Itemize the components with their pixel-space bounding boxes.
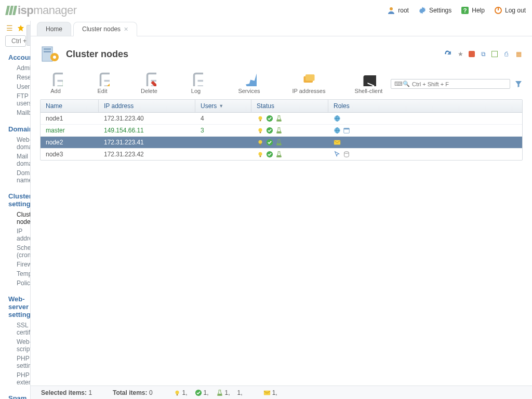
nav-item-php-extensions[interactable]: PHP extensions [17, 370, 26, 387]
cursor-icon [334, 151, 341, 158]
table-row[interactable]: node1172.31.223.404 [41, 113, 522, 125]
flask-icon [216, 389, 223, 396]
refresh-icon[interactable] [444, 50, 452, 58]
export-icon[interactable] [491, 51, 498, 57]
nav-group-cluster settings[interactable]: Cluster settings [5, 192, 26, 208]
cell-name: node1 [41, 113, 99, 124]
nav-item-php-settings[interactable]: PHP settings [17, 354, 26, 370]
sidebar-search[interactable] [5, 35, 26, 47]
nav-item-resellers[interactable]: Resellers [17, 73, 26, 82]
square-red-icon[interactable] [469, 51, 475, 57]
cell-roles [328, 137, 522, 148]
table-row[interactable]: node3172.31.223.42 [41, 149, 522, 160]
col-users[interactable]: Users▼ [195, 100, 251, 112]
user-link-label: Help [472, 7, 485, 14]
brand-logo: ispmanager [6, 4, 77, 17]
tab-cluster-nodes[interactable]: Cluster nodes✕ [73, 22, 137, 36]
sort-desc-icon: ▼ [219, 103, 223, 109]
svg-rect-35 [44, 48, 51, 50]
tab-label: Home [46, 25, 62, 33]
svg-rect-40 [305, 74, 315, 81]
col-ip[interactable]: IP address [99, 100, 195, 112]
globe-icon [334, 115, 341, 122]
nav-item-mailboxes[interactable]: Mailboxes [17, 108, 26, 117]
tab-bar: Home Cluster nodes✕ [31, 21, 532, 36]
status-bar: Selected items: 1 Total items: 0 1, 1, 1… [31, 385, 532, 399]
nav-group-spam filter[interactable]: Spam filter [5, 394, 26, 399]
check-icon [266, 115, 273, 122]
nav-item-ssl-certificates[interactable]: SSL certificates [17, 321, 26, 337]
nav-item-firewall[interactable]: Firewall [17, 260, 26, 269]
cell-roles [328, 125, 522, 136]
doc-x-icon [142, 72, 156, 86]
flask-icon [275, 151, 283, 158]
svg-rect-36 [44, 51, 51, 52]
doc-plus-icon [48, 72, 63, 86]
table-filter-input[interactable] [412, 81, 507, 87]
cell-users [195, 140, 251, 144]
nav-item-web-scripts[interactable]: Web-scripts [17, 337, 26, 354]
tab-home[interactable]: Home [37, 22, 71, 36]
funnel-icon[interactable] [514, 80, 523, 88]
flask-icon [275, 127, 283, 134]
ipaddr-button[interactable]: IP addresses [287, 72, 331, 94]
cell-name: node2 [41, 137, 99, 148]
table-row[interactable]: master149.154.66.113 [41, 125, 522, 137]
flask-icon [275, 115, 283, 122]
user-link-label: root [398, 7, 409, 14]
user-link-help[interactable]: Help [461, 6, 485, 15]
close-icon[interactable]: ✕ [124, 26, 128, 33]
shell-button[interactable]: Shell-client [347, 72, 391, 94]
nav-item-domain-names[interactable]: Domain names [17, 168, 26, 185]
nav-item-templates[interactable]: Templates [17, 269, 26, 278]
delete-button[interactable]: Delete [134, 72, 165, 94]
nav-item-ip-addresses[interactable]: IP addresses [17, 227, 26, 243]
sidebar-collapse-handle[interactable] [26, 25, 31, 46]
col-status[interactable]: Status [251, 100, 328, 112]
services-button[interactable]: Services [227, 72, 271, 94]
add-button[interactable]: Add [40, 72, 71, 94]
nav-group-accounts[interactable]: Accounts [5, 53, 26, 61]
nav-item-scheduler-cron-[interactable]: Scheduler (cron) [17, 243, 26, 260]
cell-name: node3 [41, 149, 99, 160]
nav-item-cluster-nodes[interactable]: Cluster nodes [17, 210, 26, 227]
services-icon [242, 72, 257, 86]
bulb-icon [257, 115, 264, 122]
nav-item-mail-domains[interactable]: Mail domains [17, 152, 26, 168]
cell-status [251, 125, 328, 136]
copy-icon[interactable]: ⧉ [479, 50, 487, 58]
log-icon [189, 72, 203, 86]
nav-item-policy[interactable]: Policy [17, 278, 26, 288]
bulb-icon [257, 139, 264, 146]
table-filter[interactable]: ⌨︎🔍 [391, 79, 510, 89]
nav-item-ftp-users[interactable]: FTP users [17, 91, 26, 108]
nav-item-web-domains[interactable]: Web-domains [17, 135, 26, 152]
globe-icon [334, 127, 341, 134]
cell-ip: 172.31.223.42 [99, 149, 195, 160]
col-name[interactable]: Name [41, 100, 99, 112]
settings-view-icon[interactable]: ▦ [514, 50, 523, 58]
favorites-icon[interactable] [17, 24, 25, 32]
nav-group-web-server settings[interactable]: Web-server settings [5, 295, 26, 318]
mail-icon [263, 389, 271, 396]
log-button[interactable]: Log [180, 72, 211, 94]
cell-status [251, 113, 328, 124]
cell-users: 3 [195, 125, 251, 136]
print-icon[interactable]: ⎙ [502, 50, 510, 58]
pencil-icon [95, 72, 110, 86]
tree-icon[interactable]: ☰ [5, 24, 14, 32]
selected-value: 1 [88, 389, 92, 396]
nav-item-administrators[interactable]: Administrators [17, 63, 26, 73]
user-link-root[interactable]: root [387, 6, 409, 15]
nav-item-users[interactable]: Users [17, 82, 26, 91]
user-link-settings[interactable]: Settings [418, 6, 451, 15]
check-icon [195, 389, 202, 396]
check-icon [266, 127, 273, 134]
cluster-nodes-icon [40, 44, 61, 64]
nav-group-domains[interactable]: Domains [5, 125, 26, 133]
col-roles[interactable]: Roles [328, 100, 522, 112]
star-icon[interactable]: ★ [456, 50, 464, 58]
user-link-logout[interactable]: Log out [494, 6, 526, 15]
table-row[interactable]: node2172.31.223.41 [41, 137, 522, 149]
edit-button[interactable]: Edit [87, 72, 118, 94]
